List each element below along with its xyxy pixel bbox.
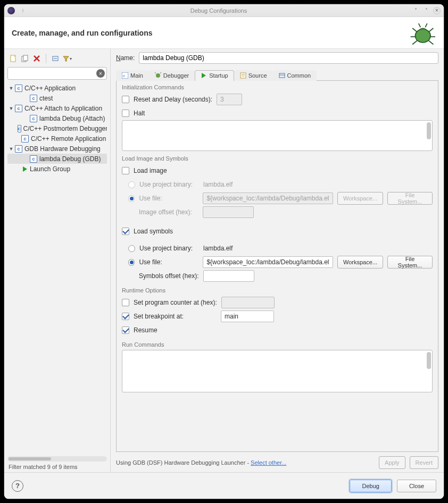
image-use-file-radio: [128, 195, 135, 202]
tab-common[interactable]: Common: [273, 70, 317, 81]
clear-filter-button[interactable]: ×: [96, 69, 105, 78]
tab-startup[interactable]: Startup: [195, 70, 234, 81]
tree-item[interactable]: ▼cGDB Hardware Debugging: [7, 144, 107, 154]
set-breakpoint-label: Set breakpoint at:: [134, 313, 217, 320]
select-other-link[interactable]: Select other...: [251, 459, 286, 466]
init-commands-textarea[interactable]: [122, 120, 433, 151]
pin-icon: [20, 8, 26, 13]
symbols-filesystem-button[interactable]: File System...: [387, 256, 433, 269]
group-title: Run Commands: [122, 341, 433, 348]
sidebar-toolbar: ▾: [7, 52, 107, 65]
help-button[interactable]: ?: [12, 480, 23, 492]
tree-item[interactable]: ·Launch Group: [7, 164, 107, 174]
image-file-input: [203, 192, 333, 204]
load-symbols-checkbox[interactable]: [122, 228, 129, 235]
apply-button: Apply: [379, 456, 405, 469]
symbols-binary-value: lambda.elf: [203, 245, 233, 252]
symbols-project-binary-radio[interactable]: [128, 245, 135, 252]
scrollbar[interactable]: [427, 122, 431, 139]
image-workspace-button: Workspace...: [337, 192, 383, 205]
svg-line-9: [425, 23, 427, 27]
load-image-checkbox[interactable]: [122, 167, 129, 174]
debug-button[interactable]: Debug: [350, 480, 391, 492]
halt-checkbox[interactable]: [122, 110, 129, 117]
group-title: Load Image and Symbols: [122, 155, 433, 162]
eclipse-icon: [7, 7, 15, 14]
image-offset-input: [203, 206, 254, 218]
symbols-workspace-button[interactable]: Workspace...: [337, 256, 383, 269]
tab-bar: cMain Debugger Startup Source Common: [116, 67, 438, 81]
new-config-button[interactable]: [9, 54, 18, 63]
group-title: Initialization Commands: [122, 84, 433, 90]
use-file-label: Use file:: [139, 195, 198, 202]
halt-label: Halt: [134, 110, 145, 117]
tree-item[interactable]: ·cctest: [7, 93, 107, 103]
tab-main[interactable]: cMain: [116, 70, 149, 81]
window-close-button[interactable]: ×: [433, 7, 441, 14]
svg-rect-23: [279, 73, 285, 78]
image-binary-value: lambda.elf: [203, 181, 233, 188]
svg-point-17: [156, 73, 160, 78]
image-filesystem-button: File System...: [387, 192, 433, 205]
filter-input[interactable]: [7, 67, 107, 80]
tab-debugger[interactable]: Debugger: [149, 70, 195, 81]
duplicate-button[interactable]: [20, 54, 30, 63]
minimize-icon[interactable]: ˅: [412, 7, 419, 14]
tree-item[interactable]: ▼cC/C++ Attach to Application: [7, 103, 107, 113]
symbols-offset-input[interactable]: [203, 270, 254, 282]
resume-checkbox[interactable]: [122, 326, 129, 334]
tree-item-selected[interactable]: ·clambda Debug (GDB): [7, 154, 107, 164]
filter-button[interactable]: ▾: [62, 54, 72, 63]
svg-line-2: [412, 28, 417, 32]
svg-line-4: [412, 40, 417, 44]
revert-button: Revert: [410, 456, 438, 469]
svg-line-8: [419, 23, 421, 27]
tree-item[interactable]: ▼cC/C++ Application: [7, 83, 107, 93]
group-title: Runtime Options: [122, 287, 433, 294]
symbols-use-file-radio[interactable]: [128, 259, 135, 266]
project-binary-label: Use project binary:: [139, 181, 199, 188]
set-breakpoint-input[interactable]: [221, 311, 274, 322]
set-pc-checkbox[interactable]: [122, 299, 129, 306]
reset-delay-input: [217, 94, 242, 105]
main-panel: Name: cMain Debugger Startup Source Comm…: [111, 49, 444, 472]
sidebar: ▾ × ▼cC/C++ Application ·cctest ▼cC/C++ …: [4, 49, 111, 472]
page-title: Create, manage, and run configurations: [12, 29, 408, 37]
reset-delay-label: Reset and Delay (seconds):: [134, 96, 212, 103]
run-commands-textarea[interactable]: [122, 350, 433, 392]
tree-item[interactable]: ·cC/C++ Postmortem Debugger: [7, 123, 107, 133]
launcher-row: Using GDB (DSF) Hardware Debugging Launc…: [116, 452, 438, 469]
project-binary-label: Use project binary:: [139, 245, 199, 252]
bug-icon: [408, 20, 436, 46]
load-image-label: Load image: [134, 167, 167, 174]
set-pc-input: [221, 297, 275, 308]
startup-tab-content: Initialization Commands Reset and Delay …: [116, 81, 438, 452]
symbols-offset-label: Symbols offset (hex):: [139, 272, 199, 280]
config-tree[interactable]: ▼cC/C++ Application ·cctest ▼cC/C++ Atta…: [7, 83, 107, 454]
svg-rect-12: [23, 55, 28, 61]
name-label: Name:: [116, 54, 135, 62]
scrollbar[interactable]: [427, 352, 431, 369]
svg-line-5: [429, 28, 434, 32]
svg-line-19: [160, 72, 161, 73]
use-file-label: Use file:: [139, 258, 198, 266]
svg-line-7: [429, 40, 434, 44]
maximize-icon[interactable]: ˄: [422, 7, 430, 14]
symbols-file-input[interactable]: [203, 256, 333, 268]
close-button[interactable]: Close: [397, 480, 436, 492]
config-name-input[interactable]: [139, 52, 438, 64]
horizontal-scrollbar[interactable]: [7, 456, 107, 462]
tree-item[interactable]: ·clambda Debug (Attach): [7, 113, 107, 123]
dialog-footer: ? Debug Close: [4, 472, 444, 499]
tab-source[interactable]: Source: [234, 70, 273, 81]
set-breakpoint-checkbox[interactable]: [122, 313, 129, 320]
collapse-all-button[interactable]: [51, 54, 60, 63]
launcher-text: Using GDB (DSF) Hardware Debugging Launc…: [116, 459, 251, 466]
delete-button[interactable]: [32, 54, 42, 63]
svg-line-18: [155, 72, 156, 73]
image-offset-label: Image offset (hex):: [139, 208, 198, 216]
title-bar: Debug Configurations ˅ ˄ ×: [4, 4, 444, 17]
tree-item[interactable]: ·cC/C++ Remote Application: [7, 133, 107, 144]
reset-delay-checkbox[interactable]: [122, 96, 129, 103]
load-symbols-label: Load symbols: [134, 228, 173, 235]
